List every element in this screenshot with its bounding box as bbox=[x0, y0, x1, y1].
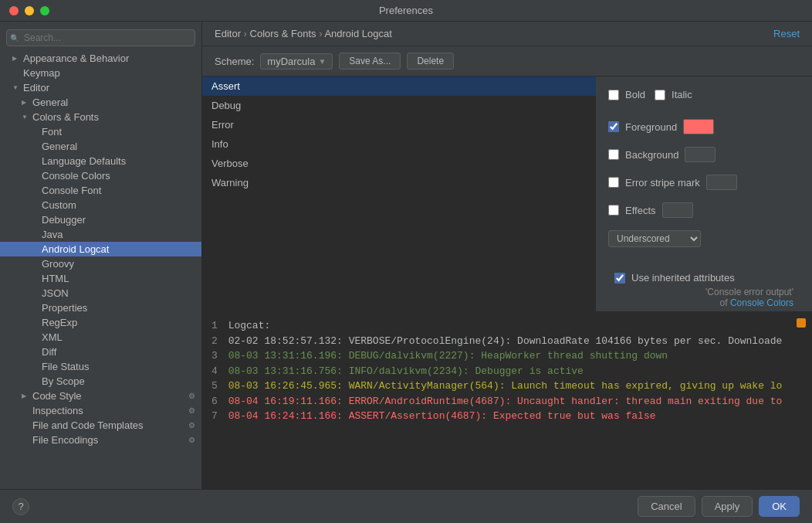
error-stripe-label: Error stripe mark bbox=[625, 177, 700, 188]
color-list-item-error[interactable]: Error bbox=[202, 115, 596, 134]
sidebar-item-label: Console Colors bbox=[42, 170, 110, 182]
line-num: 2 bbox=[211, 335, 218, 347]
effects-label: Effects bbox=[625, 205, 656, 216]
cancel-button[interactable]: Cancel bbox=[638, 496, 695, 517]
orange-indicator bbox=[797, 318, 806, 328]
sidebar-item-font[interactable]: Font bbox=[0, 124, 201, 139]
bold-checkbox[interactable] bbox=[608, 90, 619, 100]
effects-color-swatch[interactable] bbox=[662, 202, 693, 218]
sidebar-item-editor[interactable]: Editor bbox=[0, 80, 201, 95]
ok-button[interactable]: OK bbox=[759, 496, 800, 517]
inherited-name: 'Console error output' bbox=[705, 287, 793, 297]
chevron-down-icon: ▼ bbox=[318, 57, 326, 66]
sidebar-item-json[interactable]: JSON bbox=[0, 286, 201, 301]
sidebar-item-java[interactable]: Java bbox=[0, 227, 201, 242]
breadcrumb-part-1: Editor bbox=[215, 28, 241, 39]
line-num: 5 bbox=[211, 380, 218, 392]
triangle-icon bbox=[12, 55, 20, 62]
reset-button[interactable]: Reset bbox=[773, 28, 800, 39]
sidebar-item-diff[interactable]: Diff bbox=[0, 345, 201, 359]
foreground-color-swatch[interactable] bbox=[683, 119, 714, 134]
bold-checkbox-row: Bold bbox=[608, 86, 645, 104]
error-stripe-checkbox[interactable] bbox=[608, 177, 619, 188]
log-text: 02-02 18:52:57.132: VERBOSE/ProtocolEngi… bbox=[228, 335, 783, 347]
italic-checkbox[interactable] bbox=[655, 90, 665, 100]
bold-label: Bold bbox=[625, 89, 645, 100]
inherited-label: Use inherited attributes bbox=[631, 272, 735, 284]
sidebar-item-label: Font bbox=[42, 126, 62, 138]
sidebar-item-file-status[interactable]: File Status bbox=[0, 359, 201, 374]
sidebar-item-lang-defaults[interactable]: Language Defaults bbox=[0, 154, 201, 168]
italic-label: Italic bbox=[672, 89, 692, 100]
scheme-selector[interactable]: myDarcula ▼ bbox=[260, 53, 333, 70]
triangle-icon bbox=[12, 84, 20, 91]
scheme-label: Scheme: bbox=[215, 56, 254, 67]
error-stripe-row: Error stripe mark bbox=[608, 172, 800, 193]
sidebar-item-general[interactable]: General bbox=[0, 95, 201, 110]
sidebar: Appearance & Behavior Keymap Editor Gene… bbox=[0, 22, 202, 489]
search-input[interactable] bbox=[6, 29, 195, 46]
sidebar-item-label: File Status bbox=[42, 361, 89, 372]
sidebar-item-colors-fonts[interactable]: Colors & Fonts bbox=[0, 110, 201, 124]
color-list-item-debug[interactable]: Debug bbox=[202, 96, 596, 115]
sidebar-item-by-scope[interactable]: By Scope bbox=[0, 374, 201, 389]
sidebar-item-android-logcat[interactable]: Android Logcat bbox=[0, 242, 201, 256]
color-list-item-assert[interactable]: Assert bbox=[202, 76, 596, 96]
minimize-button[interactable] bbox=[25, 6, 34, 15]
scheme-value: myDarcula bbox=[267, 56, 315, 67]
log-line-1: 1 Logcat: bbox=[211, 318, 803, 334]
sidebar-item-file-code-templates[interactable]: File and Code Templates ⚙ bbox=[0, 418, 201, 433]
sidebar-item-properties[interactable]: Properties bbox=[0, 301, 201, 315]
sidebar-item-label: File and Code Templates bbox=[32, 419, 144, 431]
maximize-button[interactable] bbox=[40, 6, 49, 15]
sidebar-item-inspections[interactable]: Inspections ⚙ bbox=[0, 403, 201, 418]
line-num: 1 bbox=[211, 320, 218, 331]
inherited-section: Use inherited attributes 'Console error … bbox=[608, 263, 800, 311]
close-button[interactable] bbox=[9, 6, 19, 15]
log-line-4: 4 08-03 13:31:16.756: INFO/dalvikvm(2234… bbox=[211, 364, 803, 379]
sidebar-item-code-style[interactable]: Code Style ⚙ bbox=[0, 389, 201, 403]
color-list-item-info[interactable]: Info bbox=[202, 134, 596, 154]
sidebar-item-groovy[interactable]: Groovy bbox=[0, 256, 201, 271]
color-list-item-verbose[interactable]: Verbose bbox=[202, 154, 596, 173]
log-line-2: 2 02-02 18:52:57.132: VERBOSE/ProtocolEn… bbox=[211, 334, 803, 349]
help-button[interactable]: ? bbox=[12, 498, 29, 515]
panel-header: Editor › Colors & Fonts › Android Logcat… bbox=[202, 22, 812, 46]
line-num: 3 bbox=[211, 350, 218, 362]
sidebar-item-console-colors[interactable]: Console Colors bbox=[0, 168, 201, 183]
bottom-bar: ? Cancel Apply OK bbox=[0, 489, 812, 523]
sidebar-item-appearance[interactable]: Appearance & Behavior bbox=[0, 51, 201, 66]
background-label: Background bbox=[625, 149, 678, 161]
sidebar-item-xml[interactable]: XML bbox=[0, 330, 201, 345]
background-color-swatch[interactable] bbox=[685, 147, 716, 162]
sidebar-item-keymap[interactable]: Keymap bbox=[0, 66, 201, 80]
inherited-checkbox[interactable] bbox=[614, 273, 625, 284]
color-list-label: Debug bbox=[211, 100, 241, 111]
file-encodings-icon: ⚙ bbox=[188, 436, 195, 444]
sidebar-item-general2[interactable]: General bbox=[0, 139, 201, 154]
foreground-checkbox[interactable] bbox=[608, 121, 619, 132]
error-stripe-color-swatch[interactable] bbox=[706, 175, 737, 190]
effects-checkbox[interactable] bbox=[608, 205, 619, 216]
color-settings: Bold Italic Foreground bbox=[596, 76, 812, 311]
background-checkbox[interactable] bbox=[608, 149, 619, 160]
line-num: 6 bbox=[211, 396, 218, 407]
inherited-link[interactable]: Console Colors bbox=[730, 297, 793, 308]
sidebar-item-file-encodings[interactable]: File Encodings ⚙ bbox=[0, 433, 201, 447]
triangle-icon bbox=[22, 392, 29, 399]
underline-select[interactable]: Underscored Underwaved Bordered Strikeou… bbox=[608, 230, 701, 247]
sidebar-item-custom[interactable]: Custom bbox=[0, 198, 201, 212]
color-list-label: Verbose bbox=[211, 158, 249, 169]
apply-button[interactable]: Apply bbox=[702, 496, 753, 517]
log-text: 08-03 16:26:45.965: WARN/ActivityManager… bbox=[228, 380, 783, 392]
delete-button[interactable]: Delete bbox=[407, 53, 454, 70]
save-as-button[interactable]: Save As... bbox=[339, 53, 401, 70]
sidebar-item-regexp[interactable]: RegExp bbox=[0, 315, 201, 330]
sidebar-item-debugger[interactable]: Debugger bbox=[0, 212, 201, 227]
sidebar-item-console-font[interactable]: Console Font bbox=[0, 183, 201, 198]
sidebar-item-label: Java bbox=[42, 229, 63, 240]
color-list-item-warning[interactable]: Warning bbox=[202, 173, 596, 192]
sidebar-item-label: Groovy bbox=[42, 258, 74, 270]
sidebar-item-html[interactable]: HTML bbox=[0, 271, 201, 286]
scheme-bar: Scheme: myDarcula ▼ Save As... Delete bbox=[202, 46, 812, 76]
